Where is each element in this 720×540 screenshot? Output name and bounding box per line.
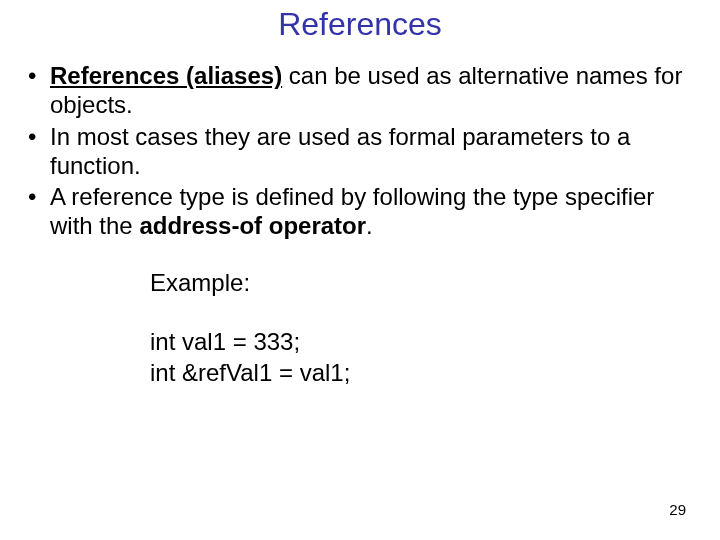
bullet-list: References (aliases) can be used as alte… (0, 61, 720, 241)
page-number: 29 (669, 501, 686, 518)
code-line: int val1 = 333; (150, 326, 720, 357)
bullet-text: In most cases they are used as formal pa… (50, 123, 630, 179)
bullet-item: References (aliases) can be used as alte… (28, 61, 692, 120)
example-label: Example: (150, 267, 720, 298)
spacer (150, 298, 720, 326)
example-block: Example: int val1 = 333; int &refVal1 = … (0, 243, 720, 389)
bullet-item: A reference type is defined by following… (28, 182, 692, 241)
slide-title: References (0, 0, 720, 61)
slide: References References (aliases) can be u… (0, 0, 720, 540)
code-line: int &refVal1 = val1; (150, 357, 720, 388)
bullet-strong: address-of operator (139, 212, 366, 239)
bullet-strong: References (aliases) (50, 62, 282, 89)
bullet-item: In most cases they are used as formal pa… (28, 122, 692, 181)
bullet-text: . (366, 212, 373, 239)
